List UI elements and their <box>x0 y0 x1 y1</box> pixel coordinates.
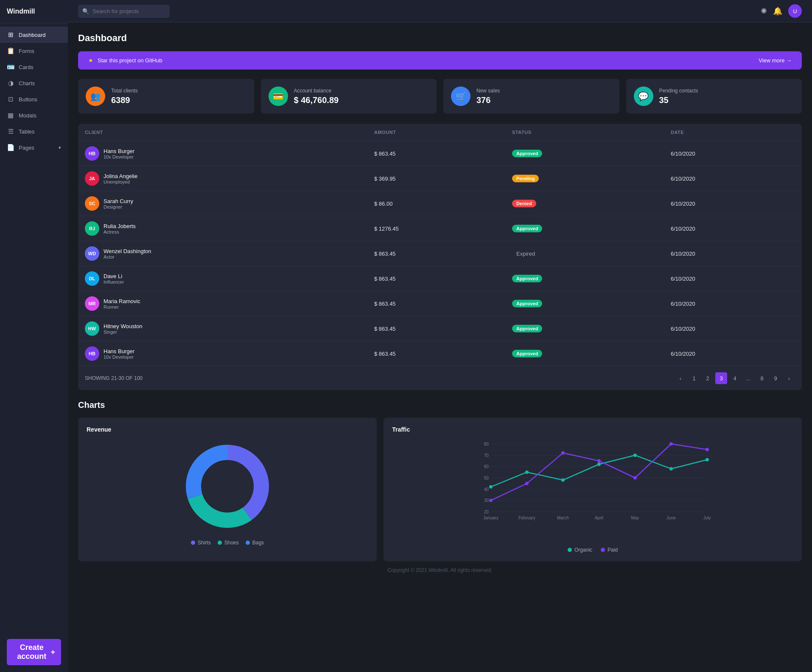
total_clients-value: 6389 <box>111 95 138 105</box>
app-logo: Windmill <box>0 0 68 23</box>
amount-cell-1: $ 369.95 <box>367 166 505 191</box>
settings-icon[interactable]: ✺ <box>761 6 767 16</box>
table-section: CLIENTAMOUNTSTATUSDATE HB Hans Burger 10… <box>78 124 802 390</box>
svg-text:March: March <box>557 516 569 520</box>
page-btn-3[interactable]: 3 <box>715 372 727 384</box>
account_balance-label: Account balance <box>294 88 339 94</box>
shoes-label: Shoes <box>224 540 239 546</box>
status-badge-5: Approved <box>512 275 542 282</box>
svg-point-35 <box>633 476 637 480</box>
sidebar-label-dashboard: Dashboard <box>19 32 46 38</box>
stat-card-total_clients: 👥 Total clients 6389 <box>78 79 254 114</box>
client-cell-8: HB Hans Burger 10x Developer <box>78 341 367 366</box>
pagination: SHOWING 21-30 OF 100 ‹1234...89› <box>78 366 802 390</box>
svg-text:80: 80 <box>484 442 489 446</box>
page-btn-...[interactable]: ... <box>742 372 754 384</box>
sidebar-item-buttons[interactable]: ⊡Buttons <box>0 91 68 107</box>
status-badge-1: Pending <box>512 175 539 182</box>
date-cell-1: 6/10/2020 <box>664 166 802 191</box>
page-btn-‹[interactable]: ‹ <box>675 372 686 384</box>
svg-text:June: June <box>666 516 676 520</box>
page-btn-2[interactable]: 2 <box>702 372 714 384</box>
sidebar-item-cards[interactable]: 🪪Cards <box>0 59 68 75</box>
legend-bags: Bags <box>246 540 264 546</box>
status-badge-6: Approved <box>512 300 542 307</box>
status-cell-7: Approved <box>505 316 664 341</box>
pending_contacts-icon: 💬 <box>634 86 653 106</box>
page-btn-1[interactable]: 1 <box>688 372 700 384</box>
svg-point-30 <box>706 458 709 461</box>
amount-cell-2: $ 86.00 <box>367 191 505 216</box>
create-account-label: Create account <box>13 643 50 661</box>
date-cell-3: 6/10/2020 <box>664 216 802 241</box>
table-row: DL Dave Li Influencer $ 863.45 Approved … <box>78 266 802 291</box>
new_sales-icon: 🛒 <box>451 86 470 106</box>
sidebar-item-pages[interactable]: 📄Pages <box>0 139 68 156</box>
client-name-0: Hans Burger <box>104 148 134 154</box>
revenue-chart-card: Revenue ShirtsShoesBags <box>78 418 377 561</box>
date-cell-8: 6/10/2020 <box>664 341 802 366</box>
page-btn-9[interactable]: 9 <box>770 372 781 384</box>
pending_contacts-label: Pending contacts <box>659 88 698 94</box>
client-cell-7: HW Hitney Wouston Singer <box>78 316 367 341</box>
legend-shoes: Shoes <box>218 540 239 546</box>
donut-legend: ShirtsShoesBags <box>191 540 264 546</box>
client-cell-3: RJ Rulia Joberts Actress <box>78 216 367 241</box>
tables-icon: ☰ <box>7 128 14 135</box>
status-cell-0: Approved <box>505 141 664 166</box>
stat-card-new_sales: 🛒 New sales 376 <box>443 79 619 114</box>
client-cell-4: WD Wenzel Dashington Actor <box>78 241 367 266</box>
client-name-2: Sarah Curry <box>104 198 133 204</box>
client-name-8: Hans Burger <box>104 348 134 354</box>
organic-dot <box>568 548 572 552</box>
sidebar: Windmill ⊞Dashboard📋Forms🪪Cards◑Charts⊡B… <box>0 0 68 672</box>
status-cell-3: Approved <box>505 216 664 241</box>
amount-cell-5: $ 863.45 <box>367 266 505 291</box>
sidebar-item-tables[interactable]: ☰Tables <box>0 123 68 139</box>
status-badge-4: Expired <box>512 249 539 258</box>
table-row: JA Jolina Angelie Unemployed $ 369.95 Pe… <box>78 166 802 191</box>
bags-dot <box>246 541 250 545</box>
search-input[interactable] <box>78 5 170 18</box>
modals-icon: ▦ <box>7 112 14 119</box>
client-name-7: Hitney Wouston <box>104 323 143 329</box>
sidebar-item-modals[interactable]: ▦Modals <box>0 107 68 123</box>
client-avatar-0: HB <box>85 146 99 161</box>
page-btn-4[interactable]: 4 <box>729 372 741 384</box>
pending_contacts-info: Pending contacts 35 <box>659 88 698 105</box>
sidebar-label-buttons: Buttons <box>19 96 37 103</box>
col-header-status: STATUS <box>505 124 664 141</box>
client-cell-2: SC Sarah Curry Designer <box>78 191 367 216</box>
sidebar-item-forms[interactable]: 📋Forms <box>0 43 68 59</box>
status-badge-0: Approved <box>512 150 542 157</box>
sidebar-item-charts[interactable]: ◑Charts <box>0 75 68 91</box>
new_sales-label: New sales <box>476 88 500 94</box>
page-btn-›[interactable]: › <box>783 372 795 384</box>
traffic-chart-title: Traffic <box>392 426 793 433</box>
client-role-3: Actress <box>104 229 136 234</box>
svg-text:20: 20 <box>484 510 489 514</box>
client-role-5: Influencer <box>104 279 124 284</box>
svg-text:May: May <box>631 516 639 520</box>
charts-icon: ◑ <box>7 79 14 87</box>
client-cell-1: JA Jolina Angelie Unemployed <box>78 166 367 191</box>
content-area: Dashboard ★ Star this project on GitHub … <box>68 22 812 672</box>
total_clients-icon: 👥 <box>86 86 105 106</box>
amount-cell-4: $ 863.45 <box>367 241 505 266</box>
col-header-amount: AMOUNT <box>367 124 505 141</box>
forms-icon: 📋 <box>7 47 14 55</box>
create-account-button[interactable]: Create account + <box>7 639 61 665</box>
client-name-3: Rulia Joberts <box>104 223 136 229</box>
avatar[interactable]: U <box>788 4 802 18</box>
banner-action[interactable]: View more → <box>759 57 792 64</box>
status-cell-4: Expired <box>505 241 664 266</box>
svg-text:January: January <box>483 516 498 520</box>
sidebar-label-pages: Pages <box>19 145 34 151</box>
sidebar-item-dashboard[interactable]: ⊞Dashboard <box>0 27 68 43</box>
page-btn-8[interactable]: 8 <box>756 372 768 384</box>
svg-text:70: 70 <box>484 453 489 458</box>
star-icon: ★ <box>88 57 93 64</box>
col-header-date: DATE <box>664 124 802 141</box>
notification-bell-icon[interactable]: 🔔 <box>773 6 782 16</box>
pagination-info: SHOWING 21-30 OF 100 <box>85 375 143 381</box>
